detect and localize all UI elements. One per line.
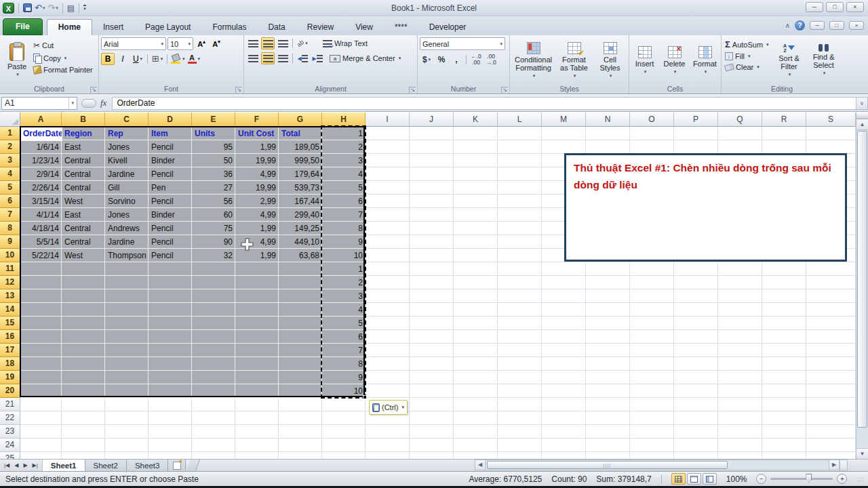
comma-style-button[interactable]: , <box>450 54 463 66</box>
cell-A2[interactable]: 1/6/14 <box>20 140 62 154</box>
cell-F7[interactable]: 4,99 <box>235 208 279 222</box>
cell-F2[interactable]: 1,99 <box>235 140 279 154</box>
normal-view-button[interactable] <box>671 473 686 485</box>
column-header-N[interactable]: N <box>586 113 630 127</box>
cell-H5[interactable]: 5 <box>322 181 366 195</box>
cell-H2[interactable]: 2 <box>322 140 366 154</box>
decrease-decimal-button[interactable]: .00→.0 <box>484 54 498 66</box>
row-header-4[interactable]: 4 <box>0 167 20 181</box>
row-header-8[interactable]: 8 <box>0 222 20 235</box>
tab-review[interactable]: Review <box>296 20 344 35</box>
fill-color-button[interactable]: ▾ <box>170 53 186 65</box>
last-sheet-icon[interactable]: ▶| <box>31 462 40 469</box>
cell-B4[interactable]: Central <box>62 167 105 181</box>
center-button[interactable] <box>261 52 275 64</box>
cell-B7[interactable]: East <box>62 208 105 222</box>
clipboard-dialog-launcher[interactable]: ↘ <box>90 87 97 93</box>
column-header-D[interactable]: D <box>149 113 192 127</box>
zoom-in-button[interactable]: + <box>837 474 847 484</box>
cell-A1[interactable]: OrderDate <box>20 127 62 140</box>
row-header-23[interactable]: 23 <box>0 425 20 439</box>
tab-formulas[interactable]: Formulas <box>201 20 257 35</box>
cell-G2[interactable]: 189,05 <box>279 140 322 154</box>
row-header-15[interactable]: 15 <box>0 317 20 330</box>
cell-E9[interactable]: 90 <box>192 235 235 249</box>
format-painter-button[interactable]: Format Painter <box>32 65 94 75</box>
vertical-scroll-thumb[interactable] <box>857 131 867 428</box>
column-header-H[interactable]: H <box>322 113 366 127</box>
cell-D10[interactable]: Pencil <box>149 249 192 262</box>
cell-F8[interactable]: 1,99 <box>235 222 279 235</box>
row-header-11[interactable]: 11 <box>0 262 20 276</box>
sheet-tab-sheet2[interactable]: Sheet2 <box>85 460 127 471</box>
cell-H3[interactable]: 3 <box>322 154 366 167</box>
cell-C9[interactable]: Jardine <box>105 235 149 249</box>
expand-formula-bar-button[interactable]: ∨ <box>856 97 868 110</box>
cell-D9[interactable]: Pencil <box>149 235 192 249</box>
font-dialog-launcher[interactable]: ↘ <box>235 87 242 93</box>
row-header-5[interactable]: 5 <box>0 181 20 195</box>
row-header-1[interactable]: 1 <box>0 127 20 140</box>
conditional-formatting-button[interactable]: Conditional Formatting▾ <box>513 37 554 83</box>
column-header-P[interactable]: P <box>674 113 718 127</box>
minimize-button[interactable]: ─ <box>806 2 823 12</box>
cell-A9[interactable]: 5/5/14 <box>20 235 62 249</box>
row-header-22[interactable]: 22 <box>0 411 20 425</box>
column-header-R[interactable]: R <box>762 113 806 127</box>
zoom-slider-thumb[interactable] <box>806 474 812 483</box>
cell-A4[interactable]: 2/9/14 <box>20 167 62 181</box>
cell-E6[interactable]: 56 <box>192 195 235 208</box>
column-header-E[interactable]: E <box>192 113 235 127</box>
font-color-button[interactable]: A▾ <box>187 53 201 65</box>
column-header-J[interactable]: J <box>410 113 454 127</box>
workbook-close-button[interactable]: × <box>849 21 864 30</box>
column-header-K[interactable]: K <box>454 113 498 127</box>
row-header-3[interactable]: 3 <box>0 154 20 167</box>
cell-A5[interactable]: 2/26/14 <box>20 181 62 195</box>
cell-C8[interactable]: Andrews <box>105 222 149 235</box>
tab-splitter[interactable] <box>186 460 200 471</box>
cell-F3[interactable]: 19,99 <box>235 154 279 167</box>
column-header-M[interactable]: M <box>542 113 586 127</box>
column-header-F[interactable]: F <box>235 113 279 127</box>
increase-indent-button[interactable]: ▶ <box>311 52 324 64</box>
horizontal-split-handle[interactable] <box>840 460 848 470</box>
cell-B5[interactable]: Central <box>62 181 105 195</box>
cell-F9[interactable]: 4,99 <box>235 235 279 249</box>
format-cells-button[interactable]: Format▾ <box>692 37 719 83</box>
cell-D3[interactable]: Binder <box>149 154 192 167</box>
chevron-down-icon[interactable]: ▾ <box>68 98 74 109</box>
cell-G5[interactable]: 539,73 <box>279 181 322 195</box>
percent-style-button[interactable]: % <box>435 54 448 66</box>
format-as-table-button[interactable]: Format as Table▾ <box>557 37 592 83</box>
row-header-10[interactable]: 10 <box>0 249 20 262</box>
cell-D2[interactable]: Pencil <box>149 140 192 154</box>
cell-H19[interactable]: 9 <box>322 371 366 384</box>
cell-E2[interactable]: 95 <box>192 140 235 154</box>
workbook-minimize-button[interactable]: ─ <box>810 21 825 30</box>
row-header-13[interactable]: 13 <box>0 289 20 303</box>
font-size-combo[interactable]: 10▾ <box>167 37 193 50</box>
cell-H11[interactable]: 1 <box>322 262 366 276</box>
cell-G9[interactable]: 449,10 <box>279 235 322 249</box>
cell-D6[interactable]: Pencil <box>149 195 192 208</box>
workbook-restore-button[interactable]: □ <box>829 21 844 30</box>
cell-B10[interactable]: West <box>62 249 105 262</box>
callout-textbox[interactable]: Thủ thuật Excel #1: Chèn nhiều dòng trốn… <box>564 153 847 262</box>
cell-D7[interactable]: Binder <box>149 208 192 222</box>
row-header-21[interactable]: 21 <box>0 398 20 411</box>
align-right-button[interactable] <box>276 52 290 64</box>
row-header-12[interactable]: 12 <box>0 276 20 289</box>
minimize-ribbon-icon[interactable]: ∧ <box>785 22 790 29</box>
cell-E8[interactable]: 75 <box>192 222 235 235</box>
borders-button[interactable]: ⊞▾ <box>151 53 164 65</box>
scroll-down-icon[interactable]: ▼ <box>856 448 868 459</box>
tab-file[interactable]: File <box>3 18 43 35</box>
tab-home[interactable]: Home <box>47 19 92 35</box>
middle-align-button[interactable] <box>261 37 275 49</box>
cell-G1[interactable]: Total <box>279 127 322 140</box>
formula-bar-divider[interactable] <box>81 99 96 108</box>
scroll-left-icon[interactable]: ◀ <box>475 460 486 470</box>
cell-G6[interactable]: 167,44 <box>279 195 322 208</box>
column-header-I[interactable]: I <box>366 113 410 127</box>
